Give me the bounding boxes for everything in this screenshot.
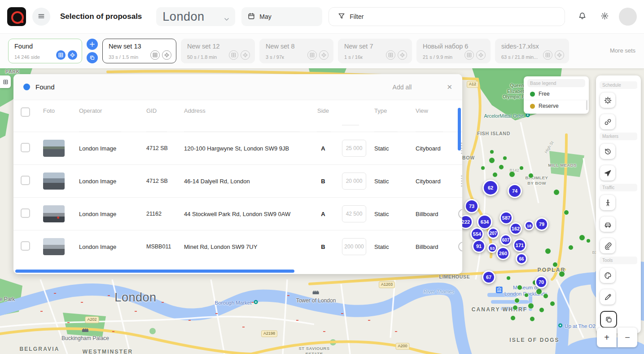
duplicate-button[interactable] [600, 311, 617, 328]
schedule-button[interactable] [600, 93, 615, 108]
cluster-marker[interactable]: 91 [472, 239, 486, 253]
table-view-icon[interactable] [464, 50, 474, 60]
settings-button[interactable] [596, 9, 613, 25]
legend-item[interactable]: Reserve [524, 100, 589, 112]
cluster-marker[interactable]: 607 [500, 234, 512, 246]
set-card[interactable]: New set 83 s / 97к [259, 39, 333, 63]
cluster-marker[interactable]: 53 [487, 243, 497, 253]
select-all-checkbox[interactable] [21, 107, 30, 117]
cluster-marker[interactable]: 207 [487, 227, 499, 239]
column-header-foto[interactable]: Foto [37, 100, 73, 114]
pedestrian-button[interactable] [600, 195, 615, 210]
price-field[interactable]: 42 500 [342, 205, 366, 222]
column-header-address[interactable]: Address [178, 100, 311, 114]
price-field[interactable]: 20 000 [342, 173, 366, 190]
price-field[interactable]: 25 000 [342, 140, 366, 157]
cluster-marker[interactable]: 260 [496, 247, 510, 260]
navigation-button[interactable] [600, 165, 615, 181]
notifications-button[interactable] [574, 9, 590, 25]
table-view-icon[interactable] [229, 50, 238, 60]
close-icon[interactable]: ✕ [447, 83, 452, 91]
vertical-scrollbar[interactable] [458, 108, 461, 150]
table-view-icon[interactable] [56, 50, 66, 60]
table-row[interactable]: London ImageMSBB011Minet Rd, London SW9 … [13, 230, 462, 263]
map-view-icon[interactable] [476, 50, 486, 60]
side-photo[interactable] [43, 140, 65, 157]
table-view-icon[interactable] [150, 50, 160, 60]
zoom-out-button[interactable]: − [618, 327, 637, 347]
cluster-marker[interactable]: 587 [499, 211, 513, 225]
menu-button[interactable] [32, 8, 50, 26]
column-header-view[interactable]: View [409, 100, 456, 114]
car-button[interactable] [600, 217, 615, 232]
collapse-panel-button[interactable] [0, 75, 11, 88]
filter-bar[interactable]: Filter [329, 7, 565, 26]
cluster-marker[interactable]: 66 [516, 253, 527, 265]
link-button[interactable] [600, 114, 615, 129]
cluster-marker[interactable]: 67 [482, 270, 495, 284]
row-checkbox[interactable] [21, 208, 30, 218]
side-photo[interactable] [43, 205, 65, 222]
row-drag-handle[interactable] [461, 175, 462, 187]
row-peek-button[interactable] [458, 209, 462, 219]
set-card[interactable]: sides-17.xlsx63 s / 21.8 min... [495, 39, 569, 63]
add-set-button[interactable] [87, 39, 98, 50]
avatar[interactable] [619, 8, 637, 26]
cluster-marker[interactable]: 162 [509, 222, 522, 235]
table-view-icon[interactable] [543, 50, 552, 60]
set-card[interactable]: New set 1333 s / 1.5 min [102, 39, 176, 63]
side-photo[interactable] [43, 238, 65, 255]
set-card[interactable]: New set 71 s / 16к [338, 39, 412, 63]
table-row[interactable]: London Image4712 SB46-14 Dalyell Rd, Lon… [13, 164, 462, 197]
map[interactable]: PARKQueen Elizabeth Olympic ParkArcelorM… [0, 68, 644, 354]
horizontal-scrollbar[interactable] [15, 270, 294, 273]
row-checkbox[interactable] [21, 176, 30, 185]
cluster-marker[interactable]: 18 [524, 221, 534, 230]
column-header-operator[interactable]: Operator [73, 100, 140, 114]
map-view-icon[interactable] [68, 50, 77, 60]
cluster-marker[interactable]: 74 [508, 184, 522, 198]
palette-button[interactable] [600, 268, 615, 283]
history-button[interactable] [600, 144, 615, 159]
cluster-marker[interactable]: 171 [513, 239, 526, 252]
map-view-icon[interactable] [241, 50, 250, 60]
table-row[interactable]: London Image4712 SB120-100 Hargwyne St, … [13, 132, 462, 164]
cluster-marker[interactable]: 62 [482, 180, 499, 196]
map-view-icon[interactable] [162, 50, 171, 60]
zoom-in-button[interactable]: + [597, 327, 617, 347]
side-photo[interactable] [43, 173, 65, 190]
add-all-button[interactable]: Add all [393, 84, 412, 91]
column-header-type[interactable]: Type [368, 100, 409, 114]
cluster-marker[interactable]: 73 [464, 199, 479, 213]
map-view-icon[interactable] [555, 50, 564, 60]
city-select[interactable]: London [156, 7, 235, 26]
price-field[interactable]: 200 000 [342, 238, 366, 255]
row-peek-button[interactable] [458, 242, 462, 252]
map-view-icon[interactable] [319, 50, 329, 60]
legend-item[interactable]: Free [524, 88, 589, 100]
row-checkbox[interactable] [21, 241, 30, 251]
copy-set-button[interactable] [87, 52, 98, 63]
cluster-marker[interactable]: 70 [535, 276, 548, 288]
row-drag-handle[interactable] [461, 142, 462, 155]
legend-scrollbar[interactable] [586, 100, 587, 110]
cluster-marker[interactable]: 79 [535, 217, 548, 231]
table-view-icon[interactable] [307, 50, 317, 60]
attachment-button[interactable] [600, 238, 615, 253]
column-header-gid[interactable]: GID [140, 100, 178, 114]
table-view-icon[interactable] [386, 50, 395, 60]
gid-cell: 4712 SB [140, 145, 178, 151]
map-view-icon[interactable] [398, 50, 407, 60]
filter-button[interactable]: Filter [329, 8, 372, 26]
set-card[interactable]: New set 1250 s / 1.8 min [181, 39, 255, 63]
cluster-marker[interactable]: 554 [470, 227, 484, 241]
column-header-side[interactable]: Side [311, 100, 336, 114]
cluster-marker[interactable]: 634 [477, 214, 492, 230]
pencil-button[interactable] [600, 289, 615, 305]
set-card[interactable]: Новый набор 621 s / 9.9 min [416, 39, 491, 63]
month-select[interactable]: May [241, 7, 322, 26]
row-checkbox[interactable] [21, 143, 30, 152]
table-row[interactable]: London Image2116244 Stockwell Park Rd, L… [13, 197, 462, 230]
found-set-card[interactable]: Found 14 246 side [8, 39, 82, 63]
more-sets-button[interactable]: More sets [610, 47, 636, 55]
